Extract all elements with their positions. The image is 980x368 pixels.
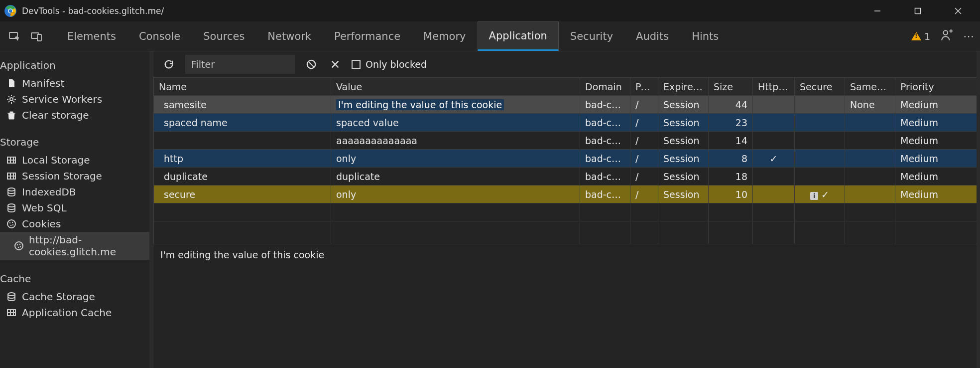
table-cell[interactable]: samesite — [154, 96, 331, 114]
table-row[interactable]: httponlybad-co.../Session8✓Medium — [154, 150, 980, 168]
table-cell[interactable]: / — [630, 132, 658, 150]
table-cell[interactable]: / — [630, 114, 658, 132]
warnings-badge[interactable]: 1 — [911, 31, 930, 42]
table-cell[interactable]: bad-co... — [580, 114, 630, 132]
table-cell[interactable]: 23 — [709, 114, 753, 132]
maximize-button[interactable] — [897, 0, 938, 21]
column-header[interactable]: Domain — [580, 78, 630, 96]
table-row[interactable]: samesiteI'm editing the value of this co… — [154, 96, 980, 114]
clear-all-button[interactable] — [304, 57, 319, 72]
table-cell[interactable]: Medium — [895, 114, 980, 132]
tab-performance[interactable]: Performance — [323, 21, 412, 51]
tab-security[interactable]: Security — [559, 21, 624, 51]
table-cell[interactable]: Session — [658, 185, 709, 203]
column-header[interactable]: Size — [709, 78, 753, 96]
table-cell[interactable]: duplicate — [331, 168, 580, 185]
table-cell[interactable]: 10 — [709, 185, 753, 203]
table-cell[interactable]: aaaaaaaaaaaaaa — [331, 132, 580, 150]
table-cell[interactable]: Session — [658, 168, 709, 185]
table-cell[interactable] — [795, 114, 845, 132]
table-cell[interactable] — [845, 132, 895, 150]
tab-application[interactable]: Application — [478, 21, 559, 51]
delete-selected-button[interactable] — [328, 57, 343, 72]
sidebar-item-cookie-domain[interactable]: http://bad-cookies.glitch.me — [0, 232, 153, 260]
table-cell[interactable]: bad-co... — [580, 168, 630, 185]
sidebar-item-cache-storage[interactable]: Cache Storage — [0, 289, 153, 305]
table-cell[interactable]: Session — [658, 132, 709, 150]
feedback-icon[interactable] — [940, 29, 953, 44]
sidebar-item-indexeddb[interactable]: IndexedDB — [0, 184, 153, 200]
table-cell[interactable]: spaced name — [154, 114, 331, 132]
table-cell[interactable] — [753, 96, 795, 114]
table-cell[interactable]: bad-co... — [580, 150, 630, 168]
table-cell[interactable] — [154, 132, 331, 150]
only-blocked-checkbox[interactable]: Only blocked — [352, 59, 427, 70]
table-cell[interactable]: I'm editing the value of this cookie — [331, 96, 580, 114]
table-cell[interactable] — [795, 96, 845, 114]
table-cell[interactable]: Medium — [895, 132, 980, 150]
table-cell[interactable] — [795, 132, 845, 150]
column-header[interactable]: Secure — [795, 78, 845, 96]
table-cell[interactable] — [845, 114, 895, 132]
sidebar-item-manifest[interactable]: Manifest — [0, 75, 153, 91]
tab-network[interactable]: Network — [256, 21, 323, 51]
table-cell[interactable]: None — [845, 96, 895, 114]
table-cell[interactable] — [753, 114, 795, 132]
refresh-button[interactable] — [161, 57, 176, 72]
content-scrollbar[interactable] — [977, 51, 980, 368]
sidebar-item-application-cache[interactable]: Application Cache — [0, 305, 153, 321]
table-cell[interactable] — [795, 150, 845, 168]
tab-sources[interactable]: Sources — [192, 21, 256, 51]
column-header[interactable]: Path — [630, 78, 658, 96]
table-cell[interactable]: Medium — [895, 185, 980, 203]
table-cell[interactable]: 44 — [709, 96, 753, 114]
table-cell[interactable]: Session — [658, 114, 709, 132]
sidebar-item-websql[interactable]: Web SQL — [0, 200, 153, 216]
table-cell[interactable] — [753, 168, 795, 185]
table-cell[interactable]: spaced value — [331, 114, 580, 132]
table-cell[interactable]: duplicate — [154, 168, 331, 185]
tab-hints[interactable]: Hints — [680, 21, 730, 51]
table-cell[interactable] — [795, 168, 845, 185]
minimize-button[interactable] — [857, 0, 897, 21]
column-header[interactable]: Value — [331, 78, 580, 96]
table-cell[interactable]: 18 — [709, 168, 753, 185]
table-cell[interactable]: / — [630, 185, 658, 203]
inspect-element-icon[interactable] — [5, 27, 24, 46]
sidebar-item-session-storage[interactable]: Session Storage — [0, 168, 153, 184]
table-cell[interactable]: 14 — [709, 132, 753, 150]
table-row[interactable]: spaced namespaced valuebad-co.../Session… — [154, 114, 980, 132]
table-cell[interactable] — [845, 168, 895, 185]
sidebar-item-clear-storage[interactable]: Clear storage — [0, 107, 153, 123]
table-row[interactable]: secureonlybad-co.../Session10i✓Medium — [154, 185, 980, 203]
close-button[interactable] — [938, 0, 978, 21]
table-cell[interactable]: Medium — [895, 150, 980, 168]
table-cell[interactable] — [845, 150, 895, 168]
table-cell[interactable] — [845, 185, 895, 203]
tab-console[interactable]: Console — [127, 21, 192, 51]
table-row[interactable]: aaaaaaaaaaaaaabad-co.../Session14Medium — [154, 132, 980, 150]
device-toolbar-icon[interactable] — [27, 27, 46, 46]
table-cell[interactable]: only — [331, 150, 580, 168]
sidebar-item-cookies[interactable]: Cookies — [0, 216, 153, 232]
sidebar-scrollbar[interactable] — [149, 51, 153, 368]
table-cell[interactable]: ✓ — [753, 150, 795, 168]
table-row[interactable]: duplicateduplicatebad-co.../Session18Med… — [154, 168, 980, 185]
table-cell[interactable]: / — [630, 168, 658, 185]
more-options-icon[interactable]: ⋯ — [963, 30, 975, 42]
sidebar-item-local-storage[interactable]: Local Storage — [0, 152, 153, 168]
tab-memory[interactable]: Memory — [412, 21, 477, 51]
table-cell[interactable]: 8 — [709, 150, 753, 168]
table-cell[interactable]: bad-co... — [580, 96, 630, 114]
table-cell[interactable]: Medium — [895, 168, 980, 185]
table-cell[interactable] — [753, 185, 795, 203]
tab-audits[interactable]: Audits — [624, 21, 680, 51]
column-header[interactable]: Priority — [895, 78, 980, 96]
tab-elements[interactable]: Elements — [56, 21, 127, 51]
sidebar-item-service-workers[interactable]: Service Workers — [0, 91, 153, 107]
column-header[interactable]: Expires... — [658, 78, 709, 96]
filter-input[interactable] — [191, 59, 289, 70]
table-cell[interactable]: http — [154, 150, 331, 168]
table-cell[interactable]: secure — [154, 185, 331, 203]
column-header[interactable]: Name — [154, 78, 331, 96]
